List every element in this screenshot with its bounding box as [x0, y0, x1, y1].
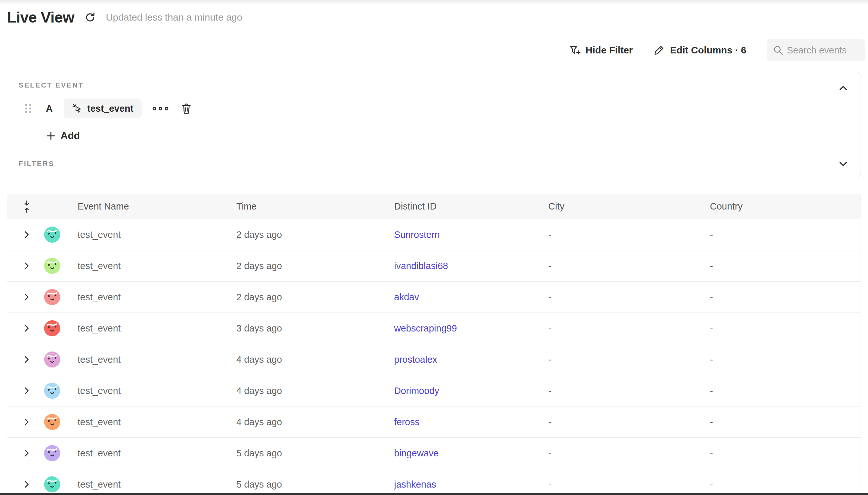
distinct-id-link[interactable]: jashkenas [394, 479, 436, 490]
event-time-value: 4 days ago [236, 386, 282, 396]
country-value: - [710, 386, 713, 396]
user-avatar [44, 414, 60, 430]
table-row[interactable]: test_event 5 days ago bingewave - - [7, 438, 861, 469]
avatar-doodle-face [44, 289, 60, 305]
distinct-id-link[interactable]: Sunrostern [394, 229, 440, 240]
event-name-value: test_event [78, 354, 121, 365]
city-value: - [548, 229, 551, 240]
select-event-label: SELECT EVENT [19, 81, 849, 89]
user-avatar [44, 476, 60, 492]
event-query-row: A test_event [19, 99, 849, 118]
country-value: - [710, 261, 713, 271]
user-avatar [44, 352, 60, 368]
filters-label: FILTERS [19, 160, 54, 168]
event-time-value: 2 days ago [236, 292, 282, 303]
event-name-value: test_event [78, 386, 121, 396]
refresh-button[interactable] [83, 11, 97, 24]
table-row[interactable]: test_event 4 days ago Dorimoody - - [7, 375, 861, 407]
pencil-icon [653, 45, 665, 56]
filters-section[interactable]: FILTERS [7, 150, 861, 177]
refresh-icon [84, 11, 96, 23]
updated-status: Updated less than a minute ago [106, 12, 242, 23]
expand-row-button[interactable] [23, 293, 30, 301]
header-city[interactable]: City [548, 201, 710, 212]
event-time-value: 4 days ago [236, 417, 282, 427]
collapse-all-rows-button[interactable] [22, 200, 31, 214]
avatar-doodle-face [44, 476, 60, 492]
country-value: - [710, 323, 713, 334]
distinct-id-link[interactable]: webscraping99 [394, 323, 457, 334]
city-value: - [548, 479, 551, 490]
table-row[interactable]: test_event 5 days ago jashkenas - - [7, 469, 861, 495]
collapse-section-button[interactable] [837, 82, 850, 95]
country-value: - [710, 229, 713, 240]
table-row[interactable]: test_event 2 days ago ivandiblasi68 - - [7, 251, 861, 281]
plus-icon [46, 131, 55, 140]
header-distinct-id[interactable]: Distinct ID [394, 201, 548, 212]
selected-event-name: test_event [87, 103, 133, 114]
user-avatar [44, 289, 60, 305]
expand-filters-button[interactable] [837, 157, 850, 170]
city-value: - [548, 323, 551, 334]
expand-row-button[interactable] [23, 262, 30, 270]
expand-row-button[interactable] [23, 355, 30, 364]
chevron-right-icon [23, 293, 30, 301]
header-time[interactable]: Time [236, 201, 394, 212]
expand-row-button[interactable] [23, 418, 30, 426]
chevron-right-icon [23, 262, 30, 270]
bottom-scrollbar-band[interactable] [0, 493, 868, 495]
city-value: - [548, 386, 551, 396]
expand-row-button[interactable] [23, 480, 30, 489]
avatar-doodle-face [44, 226, 60, 243]
event-time-value: 2 days ago [236, 261, 282, 271]
user-avatar [44, 226, 60, 243]
country-value: - [710, 292, 713, 303]
chevron-right-icon [23, 324, 30, 332]
distinct-id-link[interactable]: bingewave [394, 448, 439, 459]
country-value: - [710, 417, 713, 427]
header-country[interactable]: Country [710, 201, 861, 212]
expand-row-button[interactable] [23, 449, 30, 457]
event-name-value: test_event [78, 479, 121, 490]
event-selector-chip[interactable]: test_event [64, 99, 142, 118]
chevron-up-icon [838, 85, 848, 92]
table-row[interactable]: test_event 2 days ago Sunrostern - - [7, 219, 861, 251]
table-row[interactable]: test_event 4 days ago feross - - [7, 407, 861, 438]
table-header: Event Name Time Distinct ID City Country [7, 194, 861, 219]
distinct-id-link[interactable]: ivandiblasi68 [394, 261, 448, 271]
edit-columns-button[interactable]: Edit Columns · 6 [653, 45, 746, 56]
table-row[interactable]: test_event 4 days ago prostoalex - - [7, 344, 861, 375]
expand-row-button[interactable] [23, 231, 30, 239]
search-icon [773, 45, 784, 56]
distinct-id-link[interactable]: Dorimoody [394, 386, 439, 396]
header-event-name[interactable]: Event Name [65, 201, 236, 212]
toolbar: Hide Filter Edit Columns · 6 [569, 39, 865, 61]
distinct-id-link[interactable]: prostoalex [394, 354, 437, 365]
expand-row-button[interactable] [23, 324, 30, 332]
drag-handle-icon[interactable] [25, 104, 32, 113]
distinct-id-link[interactable]: feross [394, 417, 420, 427]
hide-filter-button[interactable]: Hide Filter [569, 45, 633, 56]
hide-filter-label: Hide Filter [586, 45, 633, 56]
more-options-icon[interactable] [153, 107, 168, 110]
query-builder-panel: SELECT EVENT A test_event [7, 72, 861, 177]
chevron-right-icon [23, 355, 30, 364]
table-row[interactable]: test_event 3 days ago webscraping99 - - [7, 313, 861, 344]
expand-row-button[interactable] [23, 387, 30, 395]
add-event-button[interactable]: Add [46, 130, 80, 142]
user-avatar [44, 445, 60, 461]
distinct-id-link[interactable]: akdav [394, 292, 419, 303]
table-row[interactable]: test_event 2 days ago akdav - - [7, 281, 861, 313]
event-name-value: test_event [78, 448, 121, 459]
user-avatar [44, 320, 60, 336]
chevron-down-icon [838, 160, 848, 167]
chevron-right-icon [23, 231, 30, 239]
event-cursor-icon [72, 103, 82, 114]
delete-event-button[interactable] [181, 102, 192, 115]
event-name-value: test_event [78, 229, 121, 240]
event-name-value: test_event [78, 323, 121, 334]
city-value: - [548, 354, 551, 365]
avatar-doodle-face [44, 445, 60, 461]
chevron-right-icon [23, 418, 30, 426]
collapse-rows-icon [22, 200, 31, 214]
